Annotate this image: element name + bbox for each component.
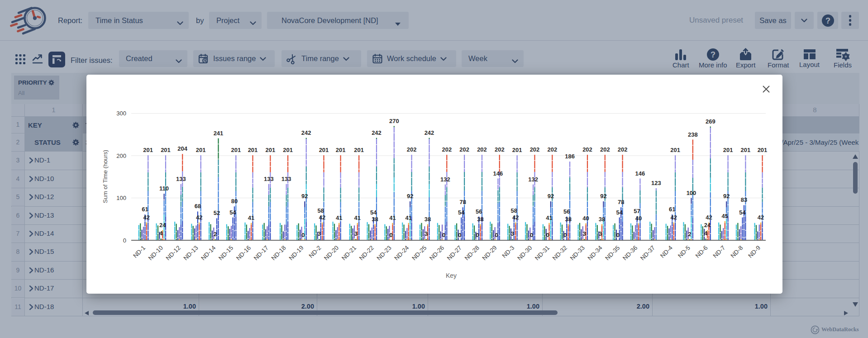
svg-text:0: 0 (389, 232, 392, 238)
svg-text:202: 202 (442, 146, 452, 153)
svg-text:54: 54 (458, 209, 465, 216)
svg-text:132: 132 (528, 176, 538, 183)
svg-text:83: 83 (741, 196, 747, 203)
svg-text:ND-31: ND-31 (534, 244, 551, 262)
svg-text:201: 201 (354, 147, 364, 153)
svg-text:78: 78 (459, 199, 466, 205)
svg-text:58: 58 (511, 207, 517, 214)
svg-text:0: 0 (546, 232, 549, 238)
svg-text:45: 45 (722, 213, 728, 219)
svg-text:270: 270 (389, 118, 399, 124)
svg-text:42: 42 (143, 214, 150, 221)
svg-text:ND-19: ND-19 (287, 244, 305, 262)
svg-text:38: 38 (372, 216, 378, 223)
svg-text:123: 123 (651, 180, 661, 186)
svg-text:80: 80 (231, 198, 238, 205)
svg-text:42: 42 (670, 214, 677, 221)
svg-text:202: 202 (407, 146, 417, 153)
svg-text:ND-9: ND-9 (747, 244, 762, 259)
svg-text:269: 269 (706, 118, 715, 125)
svg-text:200: 200 (116, 152, 126, 159)
svg-text:ND-15: ND-15 (217, 244, 234, 262)
svg-text:52: 52 (214, 209, 220, 216)
svg-text:133: 133 (281, 176, 291, 182)
svg-text:ND-33: ND-33 (569, 244, 586, 262)
svg-text:42: 42 (512, 214, 519, 221)
svg-text:3: 3 (354, 230, 358, 237)
svg-text:92: 92 (407, 193, 413, 200)
svg-text:40: 40 (635, 215, 642, 222)
svg-text:ND-3: ND-3 (501, 244, 516, 259)
svg-text:0: 0 (616, 232, 620, 238)
svg-text:0: 0 (123, 237, 126, 244)
svg-text:58: 58 (317, 207, 324, 214)
svg-text:ND-23: ND-23 (376, 244, 393, 262)
svg-text:41: 41 (405, 214, 412, 221)
svg-text:3: 3 (599, 230, 602, 237)
svg-text:38: 38 (424, 216, 431, 223)
svg-text:202: 202 (477, 146, 487, 153)
svg-text:ND-16: ND-16 (235, 244, 252, 262)
svg-text:201: 201 (741, 147, 751, 153)
svg-text:ND-13: ND-13 (182, 244, 199, 262)
svg-text:24: 24 (159, 222, 166, 229)
svg-text:202: 202 (600, 146, 610, 153)
svg-text:201: 201 (161, 147, 171, 153)
svg-text:ND-29: ND-29 (481, 244, 498, 262)
svg-text:241: 241 (214, 130, 224, 137)
svg-text:ND-4: ND-4 (659, 244, 674, 259)
svg-text:201: 201 (723, 147, 733, 153)
svg-text:300: 300 (116, 110, 126, 117)
svg-text:133: 133 (264, 176, 274, 182)
svg-text:ND-22: ND-22 (358, 244, 375, 262)
svg-text:54: 54 (229, 209, 236, 216)
svg-text:242: 242 (424, 129, 434, 136)
svg-text:201: 201 (248, 147, 258, 153)
svg-text:42: 42 (319, 214, 325, 221)
svg-text:ND-21: ND-21 (340, 244, 358, 262)
svg-text:92: 92 (301, 193, 308, 200)
svg-text:ND-18: ND-18 (270, 244, 287, 262)
svg-text:2: 2 (688, 231, 691, 238)
svg-text:41: 41 (354, 214, 361, 221)
svg-text:201: 201 (319, 147, 329, 153)
svg-text:ND-10: ND-10 (147, 244, 164, 262)
svg-text:ND-5: ND-5 (677, 244, 692, 259)
svg-text:4: 4 (159, 230, 163, 237)
svg-text:110: 110 (159, 185, 169, 192)
svg-text:ND-37: ND-37 (639, 244, 656, 262)
svg-text:ND-1: ND-1 (132, 244, 147, 259)
svg-text:201: 201 (231, 147, 241, 153)
svg-text:201: 201 (283, 147, 293, 153)
svg-text:202: 202 (530, 146, 540, 153)
svg-text:38: 38 (565, 216, 571, 223)
svg-text:201: 201 (265, 147, 275, 153)
svg-text:242: 242 (301, 129, 311, 136)
svg-text:0: 0 (442, 232, 445, 238)
svg-text:61: 61 (142, 206, 148, 213)
svg-text:ND-17: ND-17 (253, 244, 270, 262)
svg-text:ND-12: ND-12 (165, 244, 182, 262)
svg-text:100: 100 (687, 190, 696, 196)
svg-text:3: 3 (424, 230, 428, 237)
svg-text:0: 0 (530, 232, 533, 238)
svg-text:24: 24 (704, 222, 711, 229)
svg-text:54: 54 (370, 209, 377, 216)
svg-text:ND-34: ND-34 (587, 244, 604, 262)
svg-text:201: 201 (196, 147, 206, 153)
svg-text:ND-27: ND-27 (446, 244, 463, 262)
svg-text:201: 201 (336, 147, 346, 153)
svg-text:202: 202 (618, 146, 628, 153)
svg-text:ND-8: ND-8 (729, 244, 744, 259)
svg-text:186: 186 (565, 153, 575, 160)
svg-text:201: 201 (758, 147, 768, 153)
svg-text:42: 42 (196, 214, 202, 221)
svg-text:3: 3 (318, 230, 321, 237)
svg-text:0: 0 (563, 232, 567, 238)
svg-text:41: 41 (248, 214, 254, 221)
svg-text:92: 92 (723, 193, 730, 200)
svg-text:92: 92 (600, 193, 606, 200)
svg-text:61: 61 (669, 206, 675, 213)
svg-text:ND-14: ND-14 (200, 244, 217, 262)
svg-text:41: 41 (546, 214, 552, 221)
